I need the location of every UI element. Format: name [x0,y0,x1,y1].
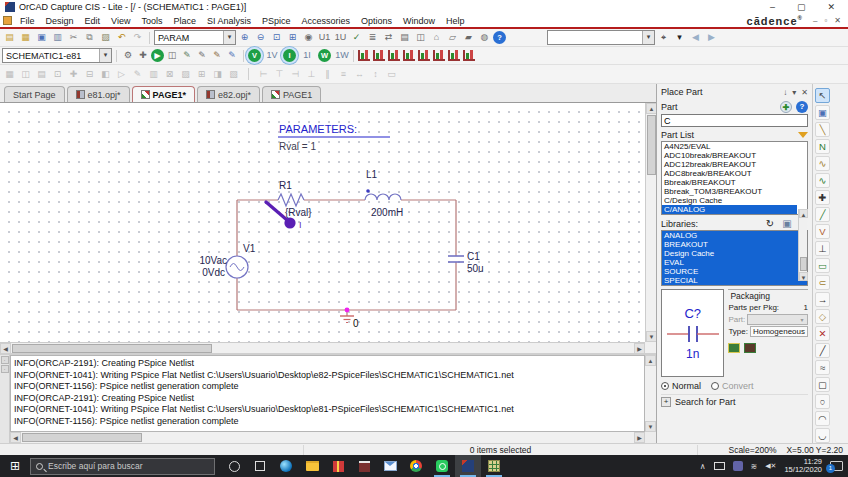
part-reference-combo[interactable]: PARAM ▾ [154,30,236,45]
log-horizontal-scrollbar[interactable]: ◀ ▶ [10,432,645,443]
new-simulation-profile-icon[interactable]: ✚ [136,48,150,63]
place-ellipse-tool-icon[interactable]: ○ [815,394,830,409]
chevron-down-icon[interactable]: ▾ [99,49,111,62]
place-junction-tool-icon[interactable]: ✚ [815,190,830,205]
zoom-in-icon[interactable]: ⊕ [237,30,252,45]
forward-icon[interactable]: ▶ [704,30,719,45]
tab-start-page[interactable]: Start Page [4,86,65,102]
part-list[interactable]: A4N25/EVALADC10break/BREAKOUTADC12break/… [661,141,808,215]
plot-fourier-icon[interactable] [463,50,475,61]
store-button[interactable] [351,455,377,477]
fisheye-view-icon[interactable]: ◉ [301,30,316,45]
copy-icon[interactable]: ⧉ [82,30,97,45]
voltage-level-marker-icon[interactable]: 1V [265,48,279,63]
select-tool-icon[interactable]: ↖ [815,88,830,103]
gift-app-button[interactable] [325,455,351,477]
place-pin-tool-icon[interactable]: → [815,292,830,307]
scrollbar-thumb[interactable] [800,257,807,271]
new-document-icon[interactable]: ▤ [2,30,17,45]
scrollbar-thumb[interactable] [22,433,142,442]
panel-menu-icon[interactable]: ▾ [792,88,796,97]
display-tray-icon[interactable] [714,462,725,470]
part-manager-icon[interactable]: ◫ [413,30,428,45]
add-part-icon[interactable]: ✚ [780,101,792,113]
orcad-taskbar-button[interactable] [455,455,481,477]
scroll-left-icon[interactable]: ◀ [10,432,21,443]
power-marker-icon[interactable]: W [318,49,331,62]
place-polyline-tool-icon[interactable]: ≈ [815,360,830,375]
scroll-down-icon[interactable]: ▼ [799,272,808,281]
bring-to-front-icon[interactable]: ▰ [461,30,476,45]
menu-item[interactable]: Design [41,16,79,26]
annotate-icon[interactable]: U1 [317,30,332,45]
taskbar-search-box[interactable]: Escribe aquí para buscar [30,458,215,475]
edit-simulation-profile-icon[interactable]: ⚙ [121,48,135,63]
design-rules-check-icon[interactable]: ✓ [349,30,364,45]
volume-muted-icon[interactable]: ◀✕ [765,462,776,470]
menu-item[interactable]: Tools [136,16,167,26]
canvas-horizontal-scrollbar[interactable]: ◀ ▶ [0,342,645,353]
run-pspice-icon[interactable]: ▶ [151,49,164,62]
power-pin-marker-icon[interactable]: 1W [335,48,349,63]
notification-center-icon[interactable]: 1 [830,461,843,471]
minimize-button[interactable]: – [770,2,775,12]
menu-item[interactable]: Window [398,16,440,26]
place-port-tool-icon[interactable]: ⊂ [815,275,830,290]
current-marker-icon[interactable]: I [283,49,296,62]
edit-stimulus-icon[interactable]: ✎ [210,48,224,63]
capacitor-c1-ref[interactable]: C1 [467,251,480,262]
log-vertical-scrollbar[interactable]: ▲ ▼ [645,355,656,432]
session-log-handle[interactable]: · · [0,355,10,443]
plot-group-delay-icon[interactable] [403,50,415,61]
place-no-connect-tool-icon[interactable]: ✕ [815,326,830,341]
search-combo[interactable]: ▾ [547,30,655,45]
chevron-down-icon[interactable]: ▾ [223,31,235,44]
close-button[interactable]: ✕ [827,2,835,12]
print-icon[interactable]: ▥ [50,30,65,45]
parameter-rval[interactable]: Rval = 1 [279,141,316,152]
inductor-l1[interactable] [365,194,401,200]
help-icon[interactable]: ? [796,101,808,113]
library-item[interactable]: BREAKOUT [662,240,807,249]
libraries-list[interactable]: ANALOGBREAKOUTDesign CacheEVALSOURCESPEC… [661,230,808,286]
online-docs-icon[interactable]: ◍ [477,30,492,45]
plot-power-icon[interactable] [448,50,460,61]
source-v1-ac[interactable]: 10Vac [199,255,227,266]
search-for-part-row[interactable]: + Search for Part [661,394,808,407]
part-name-input[interactable] [661,114,808,127]
chrome-button[interactable] [403,455,429,477]
mdi-document-icon[interactable] [3,16,12,25]
send-to-back-icon[interactable]: ▱ [445,30,460,45]
circuit-wires[interactable] [237,200,456,316]
simulation-profile-combo[interactable]: SCHEMATIC1-e81 ▾ [2,48,112,63]
plot-imaginary-part-icon[interactable] [433,50,445,61]
session-log-output[interactable]: INFO(ORCAP-2191): Creating PSpice Netlis… [10,355,645,432]
capacitor-c1-value[interactable]: 50u [467,263,484,274]
zoom-all-icon[interactable]: ⊞ [285,30,300,45]
source-v1-ref[interactable]: V1 [243,243,256,254]
hierarchy-icon[interactable]: ⌂ [429,30,444,45]
place-power-tool-icon[interactable]: V [815,224,830,239]
mdi-minimize-button[interactable]: – [813,16,817,25]
mdi-close-button[interactable]: ✕ [834,16,841,25]
place-arc-tool-icon[interactable]: ◠ [815,411,830,426]
part-list-item[interactable]: ADC12break/BREAKOUT [662,160,797,169]
tray-expand-icon[interactable]: ∧ [700,462,706,471]
part-list-item[interactable]: C/ANALOG [662,205,797,214]
refresh-libraries-icon[interactable]: ↻ [766,218,774,229]
edge-button[interactable] [273,455,299,477]
cortana-button[interactable] [221,455,247,477]
tab-page1-e82[interactable]: PAGE1 [262,86,321,102]
tab-project-e81[interactable]: e81.opj* [67,86,130,102]
canvas-vertical-scrollbar[interactable]: ▲ ▼ [645,103,656,342]
current-probe-marker[interactable] [284,217,295,228]
panel-pin-icon[interactable]: ↓ [783,88,787,97]
menu-item[interactable]: Help [441,16,470,26]
place-rectangle-tool-icon[interactable]: ▢ [815,377,830,392]
scroll-up-icon[interactable]: ▲ [799,209,808,218]
bill-of-materials-icon[interactable]: ▤ [397,30,412,45]
filter-icon[interactable] [798,132,808,138]
normal-radio[interactable] [661,382,669,390]
save-document-icon[interactable]: ▣ [34,30,49,45]
scrollbar-thumb[interactable] [12,344,212,353]
